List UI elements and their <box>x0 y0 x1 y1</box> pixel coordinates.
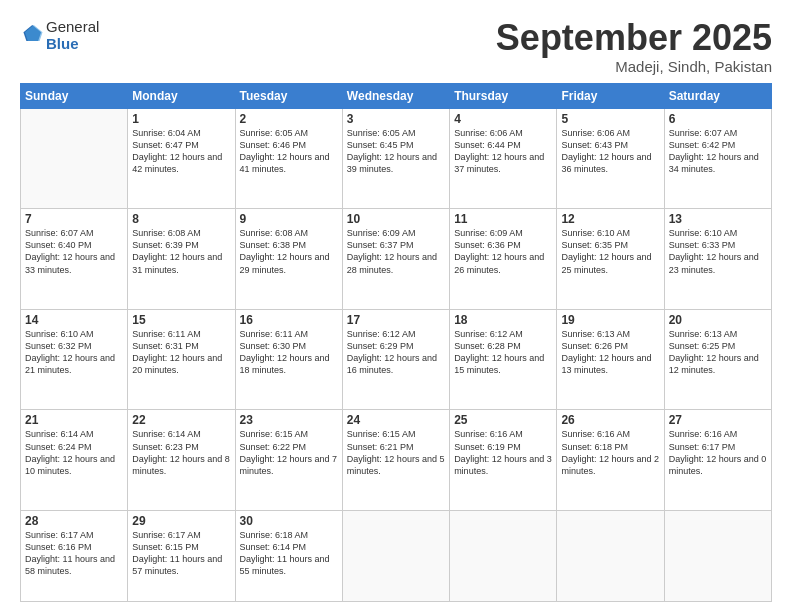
col-saturday: Saturday <box>664 83 771 108</box>
table-row: 5 Sunrise: 6:06 AMSunset: 6:43 PMDayligh… <box>557 108 664 209</box>
table-row: 8 Sunrise: 6:08 AMSunset: 6:39 PMDayligh… <box>128 209 235 310</box>
table-row: 23 Sunrise: 6:15 AMSunset: 6:22 PMDaylig… <box>235 410 342 511</box>
col-tuesday: Tuesday <box>235 83 342 108</box>
table-row <box>21 108 128 209</box>
table-row: 11 Sunrise: 6:09 AMSunset: 6:36 PMDaylig… <box>450 209 557 310</box>
table-row: 26 Sunrise: 6:16 AMSunset: 6:18 PMDaylig… <box>557 410 664 511</box>
table-row: 28 Sunrise: 6:17 AMSunset: 6:16 PMDaylig… <box>21 510 128 601</box>
table-row: 10 Sunrise: 6:09 AMSunset: 6:37 PMDaylig… <box>342 209 449 310</box>
table-row: 25 Sunrise: 6:16 AMSunset: 6:19 PMDaylig… <box>450 410 557 511</box>
table-row: 15 Sunrise: 6:11 AMSunset: 6:31 PMDaylig… <box>128 309 235 410</box>
table-row: 14 Sunrise: 6:10 AMSunset: 6:32 PMDaylig… <box>21 309 128 410</box>
calendar-header-row: Sunday Monday Tuesday Wednesday Thursday… <box>21 83 772 108</box>
table-row <box>664 510 771 601</box>
table-row: 19 Sunrise: 6:13 AMSunset: 6:26 PMDaylig… <box>557 309 664 410</box>
table-row: 30 Sunrise: 6:18 AMSunset: 6:14 PMDaylig… <box>235 510 342 601</box>
table-row: 22 Sunrise: 6:14 AMSunset: 6:23 PMDaylig… <box>128 410 235 511</box>
table-row: 29 Sunrise: 6:17 AMSunset: 6:15 PMDaylig… <box>128 510 235 601</box>
table-row: 4 Sunrise: 6:06 AMSunset: 6:44 PMDayligh… <box>450 108 557 209</box>
table-row: 17 Sunrise: 6:12 AMSunset: 6:29 PMDaylig… <box>342 309 449 410</box>
page: General Blue September 2025 Madeji, Sind… <box>0 0 792 612</box>
col-sunday: Sunday <box>21 83 128 108</box>
col-monday: Monday <box>128 83 235 108</box>
table-row: 21 Sunrise: 6:14 AMSunset: 6:24 PMDaylig… <box>21 410 128 511</box>
location: Madeji, Sindh, Pakistan <box>496 58 772 75</box>
table-row <box>342 510 449 601</box>
table-row: 27 Sunrise: 6:16 AMSunset: 6:17 PMDaylig… <box>664 410 771 511</box>
logo: General Blue <box>20 18 99 53</box>
col-friday: Friday <box>557 83 664 108</box>
table-row: 12 Sunrise: 6:10 AMSunset: 6:35 PMDaylig… <box>557 209 664 310</box>
logo-blue-text: Blue <box>46 35 79 52</box>
table-row: 3 Sunrise: 6:05 AMSunset: 6:45 PMDayligh… <box>342 108 449 209</box>
logo-icon <box>22 22 44 44</box>
table-row: 1 Sunrise: 6:04 AMSunset: 6:47 PMDayligh… <box>128 108 235 209</box>
table-row: 2 Sunrise: 6:05 AMSunset: 6:46 PMDayligh… <box>235 108 342 209</box>
table-row <box>557 510 664 601</box>
table-row: 13 Sunrise: 6:10 AMSunset: 6:33 PMDaylig… <box>664 209 771 310</box>
title-block: September 2025 Madeji, Sindh, Pakistan <box>496 18 772 75</box>
table-row: 7 Sunrise: 6:07 AMSunset: 6:40 PMDayligh… <box>21 209 128 310</box>
col-wednesday: Wednesday <box>342 83 449 108</box>
month-title: September 2025 <box>496 18 772 58</box>
table-row: 9 Sunrise: 6:08 AMSunset: 6:38 PMDayligh… <box>235 209 342 310</box>
table-row: 20 Sunrise: 6:13 AMSunset: 6:25 PMDaylig… <box>664 309 771 410</box>
table-row: 18 Sunrise: 6:12 AMSunset: 6:28 PMDaylig… <box>450 309 557 410</box>
table-row: 24 Sunrise: 6:15 AMSunset: 6:21 PMDaylig… <box>342 410 449 511</box>
table-row: 16 Sunrise: 6:11 AMSunset: 6:30 PMDaylig… <box>235 309 342 410</box>
header: General Blue September 2025 Madeji, Sind… <box>20 18 772 75</box>
table-row: 6 Sunrise: 6:07 AMSunset: 6:42 PMDayligh… <box>664 108 771 209</box>
logo-general-text: General <box>46 18 99 35</box>
col-thursday: Thursday <box>450 83 557 108</box>
svg-marker-1 <box>25 25 43 41</box>
table-row <box>450 510 557 601</box>
calendar-table: Sunday Monday Tuesday Wednesday Thursday… <box>20 83 772 602</box>
